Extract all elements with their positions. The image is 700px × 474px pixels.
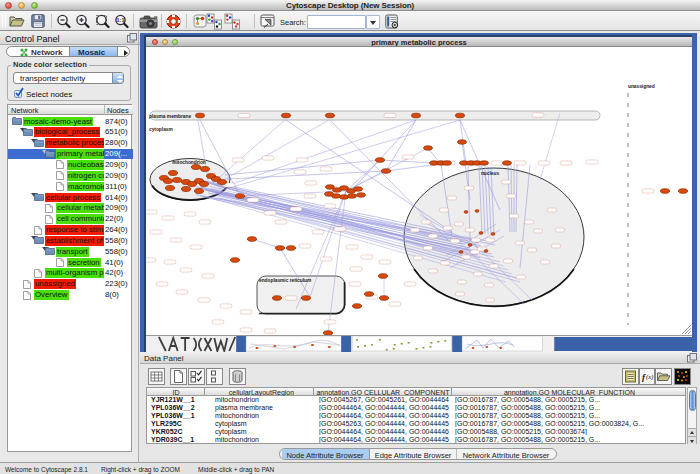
- svg-text:(x): (x): [646, 373, 653, 381]
- svg-text:plasma membrane: plasma membrane: [149, 114, 191, 119]
- svg-text:unassigned: unassigned: [628, 84, 655, 89]
- svg-text:cytoplasm: cytoplasm: [149, 127, 173, 132]
- svg-text:nucleus: nucleus: [481, 171, 499, 176]
- svg-text:endoplasmic reticulum: endoplasmic reticulum: [259, 278, 311, 283]
- svg-text:1:1: 1:1: [117, 17, 125, 23]
- svg-text:mitochondrion: mitochondrion: [172, 160, 206, 165]
